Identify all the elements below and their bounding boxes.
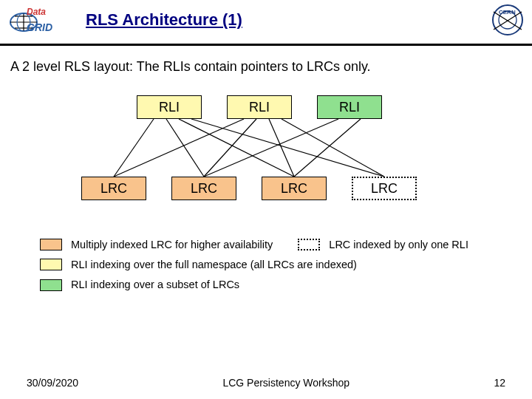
rli-node-1: RLI [137, 95, 202, 119]
logo-text-grid: GRID [27, 21, 52, 33]
logo-text-data: Data [27, 7, 46, 17]
architecture-diagram: RLI RLI RLI LRC LRC LRC LRC [59, 88, 473, 232]
svg-line-13 [191, 119, 384, 177]
rli-node-3: RLI [317, 95, 382, 119]
datagrid-logo: Data GRID [7, 4, 75, 34]
cern-logo-text: CERN [499, 9, 516, 16]
svg-line-17 [282, 119, 384, 177]
intro-text: A 2 level RLS layout: The RLIs contain p… [10, 59, 522, 75]
svg-line-15 [204, 119, 256, 177]
svg-line-12 [179, 119, 294, 177]
header-divider [0, 44, 532, 46]
legend-full-namespace: RLI indexing over the full namespace (al… [71, 259, 357, 270]
legend-swatch-orange [40, 239, 62, 250]
legend: Multiply indexed LRC for higher availabi… [10, 238, 522, 291]
slide-title: RLS Architecture (1) [86, 10, 242, 30]
legend-swatch-yellow [40, 259, 62, 270]
footer-page: 12 [494, 377, 505, 389]
footer-center: LCG Persistency Workshop [222, 377, 349, 389]
slide-footer: 30/09/2020 LCG Persistency Workshop 12 [0, 377, 532, 389]
legend-indexed-one: LRC indexed by only one RLI [329, 239, 468, 250]
rli-node-2: RLI [227, 95, 292, 119]
legend-multiply-indexed: Multiply indexed LRC for higher availabi… [71, 239, 273, 250]
lrc-node-1: LRC [81, 177, 146, 200]
footer-date: 30/09/2020 [27, 377, 78, 389]
cern-logo: CERN [491, 3, 525, 37]
legend-swatch-dotted [298, 239, 320, 250]
svg-line-11 [166, 119, 204, 177]
lrc-node-2: LRC [171, 177, 236, 200]
slide-header: Data GRID CERN RLS Architecture (1) [0, 0, 532, 46]
legend-subset: RLI indexing over a subset of LRCs [71, 279, 239, 291]
legend-swatch-green [40, 279, 62, 291]
lrc-node-4: LRC [352, 177, 417, 200]
lrc-node-3: LRC [262, 177, 327, 200]
svg-line-16 [269, 119, 294, 177]
svg-line-19 [294, 119, 361, 177]
